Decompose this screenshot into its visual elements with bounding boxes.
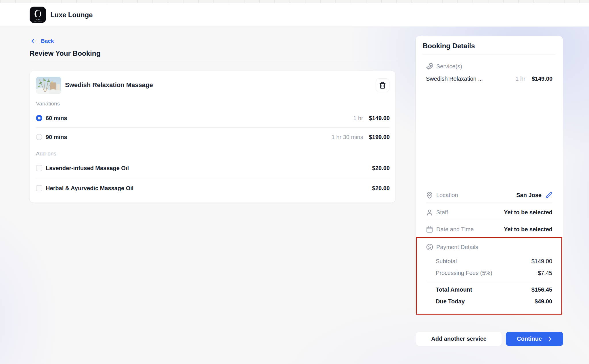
svg-text:BEAUTY LOUNGE: BEAUTY LOUNGE [34, 21, 42, 22]
svg-text:LUXE: LUXE [35, 19, 41, 20]
